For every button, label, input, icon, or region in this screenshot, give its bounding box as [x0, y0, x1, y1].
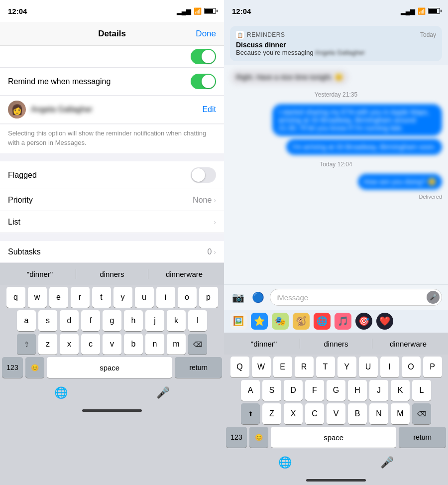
space-key-right[interactable]: space	[271, 427, 396, 448]
done-button[interactable]: Done	[196, 29, 216, 39]
subtasks-row[interactable]: Subtasks 0 ›	[0, 241, 224, 263]
key-R[interactable]: R	[295, 357, 314, 377]
globe-icon-left[interactable]: 🌐	[54, 386, 68, 399]
key-h[interactable]: h	[124, 310, 143, 331]
return-key-left[interactable]: return	[175, 357, 222, 378]
key-G[interactable]: G	[327, 380, 345, 401]
camera-button[interactable]: 📷	[230, 289, 246, 305]
key-M[interactable]: M	[391, 403, 410, 424]
right-delete-key[interactable]: ⌫	[412, 403, 431, 424]
key-H[interactable]: H	[348, 380, 367, 401]
right-suggestion-2[interactable]: dinners	[300, 337, 372, 351]
key-w[interactable]: w	[28, 287, 47, 308]
key-b[interactable]: b	[124, 334, 143, 355]
shortcut-music[interactable]: 🎵	[335, 313, 351, 330]
key-F[interactable]: F	[305, 380, 324, 401]
key-z[interactable]: z	[38, 334, 57, 355]
num-key-left[interactable]: 123	[2, 357, 23, 378]
suggestion-3[interactable]: dinnerware	[148, 267, 220, 281]
suggestion-1[interactable]: "dinner"	[4, 267, 76, 281]
key-V[interactable]: V	[327, 403, 345, 424]
globe-icon-right[interactable]: 🌐	[278, 456, 292, 469]
top-toggle[interactable]	[191, 49, 216, 64]
mic-icon-right[interactable]: 🎤	[380, 456, 394, 469]
key-A[interactable]: A	[241, 380, 260, 401]
key-W[interactable]: W	[252, 357, 271, 377]
key-U[interactable]: U	[359, 357, 378, 377]
key-g[interactable]: g	[103, 310, 121, 331]
mic-button[interactable]: 🎤	[427, 291, 440, 304]
emoji-key-left[interactable]: 😊	[25, 357, 44, 378]
priority-value: None ›	[193, 196, 216, 205]
flagged-toggle[interactable]	[191, 167, 216, 183]
space-key-left[interactable]: space	[47, 357, 172, 378]
shortcut-memoji2[interactable]: 🐒	[293, 313, 310, 330]
key-f[interactable]: f	[81, 310, 100, 331]
mic-icon-left[interactable]: 🎤	[156, 386, 170, 399]
key-D[interactable]: D	[284, 380, 303, 401]
delete-key[interactable]: ⌫	[188, 334, 207, 355]
key-j[interactable]: j	[145, 310, 164, 331]
emoji-key-right[interactable]: 😊	[249, 427, 268, 448]
key-N[interactable]: N	[369, 403, 388, 424]
key-p[interactable]: p	[199, 287, 218, 308]
shortcut-appstore[interactable]: ⭐	[251, 313, 268, 330]
key-S[interactable]: S	[262, 380, 281, 401]
key-a[interactable]: a	[17, 310, 36, 331]
key-E[interactable]: E	[273, 357, 292, 377]
priority-row[interactable]: Priority None ›	[0, 189, 224, 211]
key-I[interactable]: I	[380, 357, 399, 377]
key-J[interactable]: J	[369, 380, 388, 401]
key-L[interactable]: L	[412, 380, 431, 401]
key-t[interactable]: t	[92, 287, 111, 308]
key-q[interactable]: q	[6, 287, 25, 308]
key-d[interactable]: d	[60, 310, 79, 331]
key-T[interactable]: T	[316, 357, 335, 377]
right-suggestion-1[interactable]: "dinner"	[228, 337, 300, 351]
key-Q[interactable]: Q	[230, 357, 249, 377]
key-C[interactable]: C	[305, 403, 324, 424]
key-l[interactable]: l	[188, 310, 207, 331]
flagged-row[interactable]: Flagged	[0, 161, 224, 189]
key-k[interactable]: k	[167, 310, 186, 331]
return-key-right[interactable]: return	[399, 427, 446, 448]
shortcut-browser[interactable]: 🌐	[314, 313, 331, 330]
key-o[interactable]: o	[178, 287, 197, 308]
key-Z[interactable]: Z	[262, 403, 281, 424]
left-home-indicator	[0, 405, 224, 415]
key-u[interactable]: u	[135, 287, 154, 308]
key-x[interactable]: x	[60, 334, 79, 355]
key-y[interactable]: y	[113, 287, 132, 308]
remind-toggle[interactable]	[191, 74, 216, 89]
battery-icon	[204, 8, 216, 14]
num-key-right[interactable]: 123	[226, 427, 247, 448]
key-O[interactable]: O	[402, 357, 421, 377]
key-P[interactable]: P	[423, 357, 442, 377]
shortcut-activity[interactable]: 🎯	[355, 313, 372, 330]
key-X[interactable]: X	[284, 403, 303, 424]
key-K[interactable]: K	[391, 380, 410, 401]
key-v[interactable]: v	[103, 334, 121, 355]
key-row-3: ⇧ z x c v b n m ⌫	[2, 334, 222, 355]
appstore-button[interactable]: 🔵	[250, 289, 266, 305]
right-shift-key[interactable]: ⬆	[241, 403, 260, 424]
message-input[interactable]: iMessage 🎤	[270, 289, 442, 306]
key-n[interactable]: n	[145, 334, 164, 355]
right-key-row-2: A S D F G H J K L	[226, 380, 446, 401]
edit-contact-button[interactable]: Edit	[202, 105, 216, 114]
key-Y[interactable]: Y	[337, 357, 356, 377]
key-B[interactable]: B	[348, 403, 367, 424]
list-row[interactable]: List ›	[0, 211, 224, 233]
shift-key[interactable]: ⇧	[17, 334, 36, 355]
shortcut-photos[interactable]: 🖼️	[230, 313, 247, 330]
key-c[interactable]: c	[81, 334, 100, 355]
key-m[interactable]: m	[167, 334, 186, 355]
key-r[interactable]: r	[71, 287, 90, 308]
right-suggestion-3[interactable]: dinnerware	[372, 337, 444, 351]
suggestion-2[interactable]: dinners	[76, 267, 148, 281]
key-s[interactable]: s	[38, 310, 57, 331]
shortcut-memoji1[interactable]: 🎭	[272, 313, 289, 330]
shortcut-heart[interactable]: ❤️	[376, 313, 393, 330]
key-e[interactable]: e	[49, 287, 68, 308]
key-i[interactable]: i	[156, 287, 175, 308]
